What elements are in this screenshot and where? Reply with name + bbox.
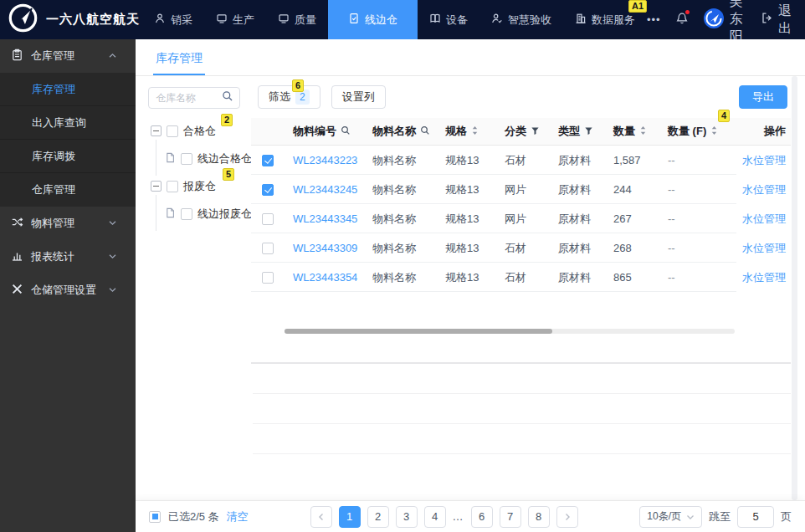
book-icon (429, 13, 441, 27)
material-code-link[interactable]: WL23443309 (293, 242, 357, 254)
row-checkbox[interactable] (262, 155, 274, 166)
jump-page-input[interactable] (737, 506, 774, 528)
nav-item-equipment[interactable]: 设备 (418, 0, 479, 39)
page-button-2[interactable]: 2 (367, 506, 389, 528)
sidebar-item-report-stats[interactable]: 报表统计 (0, 240, 136, 274)
page-size-value: 10条/页 (647, 509, 681, 524)
search-icon[interactable] (341, 125, 351, 138)
sidebar-item-warehouse[interactable]: 仓库管理 (0, 173, 136, 207)
nav-item-label: 数据服务 (592, 13, 635, 28)
page-size-select[interactable]: 10条/页 (639, 506, 702, 528)
tree-checkbox[interactable] (181, 208, 192, 220)
row-checkbox[interactable] (262, 184, 274, 196)
tab-inventory-mgmt[interactable]: 库存管理 (156, 51, 203, 75)
warehouse-search-input[interactable] (156, 92, 222, 104)
col-header-label: 物料名称 (372, 124, 416, 139)
tree-node-scrap[interactable]: 报废仓 (151, 172, 251, 200)
more-menu-icon[interactable]: ••• (647, 13, 661, 26)
notification-bell-icon[interactable] (675, 12, 689, 28)
col-header-type[interactable]: 类型 (550, 124, 605, 139)
sidebar-item-storage-settings[interactable]: 仓储管理设置 (0, 274, 136, 307)
col-header-spec[interactable]: 规格 (437, 124, 496, 139)
table-row[interactable]: WL23443345 物料名称 规格13 网片 原材料 267 -- 水位管理 (251, 204, 791, 233)
sidebar-item-inout-query[interactable]: 出入库查询 (0, 106, 136, 140)
filter-button[interactable]: 筛选 2 (258, 85, 320, 109)
table-row[interactable]: WL23443223 物料名称 规格13 石材 原材料 1,587 -- 水位管… (251, 146, 791, 175)
sidebar-item-inventory-mgmt[interactable]: 库存管理 (0, 73, 136, 106)
column-settings-button[interactable]: 设置列 (331, 85, 386, 109)
export-button[interactable]: 导出 (739, 85, 787, 109)
page-button-1[interactable]: 1 (339, 506, 361, 528)
prev-page-button[interactable] (310, 506, 332, 528)
row-checkbox[interactable] (262, 213, 274, 225)
nav-item-production[interactable]: 生产 (204, 0, 266, 39)
col-header-label: 规格 (445, 124, 467, 139)
table-row[interactable]: WL23443309 物料名称 规格13 石材 原材料 268 -- 水位管理 (251, 233, 791, 263)
water-level-link[interactable]: 水位管理 (742, 270, 786, 285)
col-header-name[interactable]: 物料名称 (364, 124, 437, 139)
page-button-4[interactable]: 4 (424, 506, 446, 528)
sort-icon[interactable] (710, 125, 718, 138)
clear-selection-link[interactable]: 清空 (227, 509, 249, 524)
material-code-link[interactable]: WL23443245 (293, 183, 357, 196)
page-button-8[interactable]: 8 (528, 506, 550, 528)
search-icon[interactable] (420, 125, 430, 138)
nav-item-line-warehouse[interactable]: 线边仓 (328, 0, 418, 39)
tree-checkbox[interactable] (181, 153, 192, 165)
sort-icon[interactable] (639, 125, 647, 138)
table-row[interactable]: WL23443354 物料名称 规格13 石材 原材料 865 -- 水位管理 (251, 263, 791, 292)
nav-item-quality[interactable]: 质量 (266, 0, 328, 39)
page-ellipsis[interactable]: … (453, 510, 464, 523)
row-checkbox[interactable] (262, 243, 274, 254)
col-header-code[interactable]: 物料编号 (285, 124, 364, 139)
next-page-button[interactable] (556, 506, 578, 528)
tree-node-line-scrap[interactable]: 线边报废仓 (165, 200, 251, 228)
building-icon (575, 13, 587, 27)
water-level-link[interactable]: 水位管理 (742, 182, 786, 197)
sidebar-item-warehouse-mgmt[interactable]: 仓库管理 (0, 39, 136, 73)
material-code-link[interactable]: WL23443223 (293, 154, 357, 166)
chevron-down-icon (108, 251, 125, 263)
chevron-down-icon (108, 217, 125, 230)
tree-checkbox[interactable] (167, 125, 178, 137)
select-all-checkbox[interactable] (149, 511, 161, 523)
search-icon[interactable] (222, 90, 233, 105)
tree-node-qualified[interactable]: 合格仓 (151, 117, 251, 145)
sidebar-item-material-mgmt[interactable]: 物料管理 (0, 207, 136, 240)
water-level-link[interactable]: 水位管理 (742, 212, 786, 227)
collapse-toggle-icon[interactable] (151, 125, 162, 136)
page-button-7[interactable]: 7 (500, 506, 521, 528)
content-body: 合格仓 线边合格仓 (136, 76, 805, 500)
tree-node-label: 线边报废仓 (197, 207, 252, 222)
page-button-3[interactable]: 3 (396, 506, 418, 528)
annotation-badge-5: 5 (223, 168, 234, 181)
sidebar-item-stock-transfer[interactable]: 库存调拨 (0, 140, 136, 173)
filter-icon[interactable] (531, 125, 540, 138)
filter-icon[interactable] (584, 125, 593, 138)
qty-f-cell: -- (659, 154, 736, 166)
nav-item-smart-acceptance[interactable]: 智慧验收 (479, 0, 563, 39)
logout-button[interactable]: 退出 (761, 3, 792, 38)
col-header-qty-f[interactable]: 数量 (F) (659, 124, 736, 139)
table-row[interactable]: WL23443245 物料名称 规格13 网片 原材料 244 -- 水位管理 (251, 175, 791, 204)
collapse-toggle-icon[interactable] (151, 181, 162, 192)
sort-icon[interactable] (471, 125, 479, 138)
tree-node-line-qualified[interactable]: 线边合格仓 (165, 145, 251, 172)
horizontal-scrollbar-track[interactable] (285, 329, 735, 334)
water-level-link[interactable]: 水位管理 (742, 153, 786, 168)
horizontal-scrollbar-thumb[interactable] (285, 329, 552, 334)
tree-checkbox[interactable] (167, 181, 178, 192)
page-button-6[interactable]: 6 (471, 506, 493, 528)
material-code-link[interactable]: WL23443345 (293, 212, 357, 225)
col-header-category[interactable]: 分类 (496, 124, 550, 139)
qty-f-cell: -- (659, 242, 736, 254)
tree-node-label: 报废仓 (183, 179, 216, 194)
col-header-qty[interactable]: 数量 (605, 124, 659, 139)
qty-f-cell: -- (659, 212, 736, 225)
nav-item-sales[interactable]: 销采 (142, 0, 204, 39)
spec-cell: 规格13 (437, 270, 496, 285)
row-checkbox[interactable] (262, 272, 274, 284)
logout-icon (761, 12, 773, 28)
water-level-link[interactable]: 水位管理 (742, 241, 786, 256)
material-code-link[interactable]: WL23443354 (293, 271, 357, 284)
